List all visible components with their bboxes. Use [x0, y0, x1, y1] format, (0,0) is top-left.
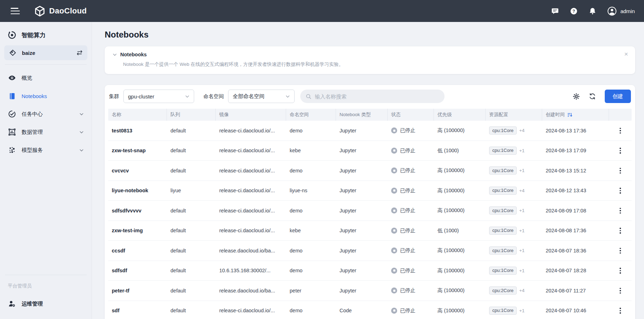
notebook-name-link[interactable]: zxw-test-img [108, 228, 167, 233]
row-actions-kebab-icon[interactable] [617, 286, 623, 296]
search-input[interactable] [315, 93, 439, 99]
resource-extra-count[interactable]: +1 [519, 308, 524, 313]
actions-cell [609, 246, 632, 256]
column-header-image[interactable]: 镜像 [216, 109, 286, 121]
notebook-name-link[interactable]: liyue-notebook [108, 188, 167, 193]
help-icon[interactable]: ? [570, 7, 578, 15]
notebook-name-link[interactable]: cvcvcv [108, 168, 167, 173]
actions-cell [609, 206, 632, 216]
sidebar-footer: 平台管理员 运维管理 [4, 270, 87, 314]
main-content: Notebooks Notebooks Notebook 是一个提供一个 Web… [92, 22, 644, 319]
sidebar-item-overview[interactable]: 概览 [4, 70, 87, 86]
column-header-queue[interactable]: 队列 [167, 109, 216, 121]
column-settings-gear-icon[interactable] [573, 93, 580, 100]
column-header-created[interactable]: 创建时间 [542, 109, 609, 121]
notebook-name-link[interactable]: peter-tf [108, 288, 167, 294]
workspace-selector-baize[interactable]: baize [4, 45, 87, 60]
filter-toolbar: 集群 gpu-cluster 命名空间 全部命名空间 [109, 90, 631, 103]
notebook-name-link[interactable]: test0813 [108, 128, 167, 133]
row-actions-kebab-icon[interactable] [617, 266, 623, 276]
namespace-select[interactable]: 全部命名空间 [228, 90, 295, 103]
resource-chip: cpu:1Core [489, 206, 517, 215]
chevron-down-icon [79, 112, 84, 116]
sidebar-item-task-center[interactable]: 任务中心 [4, 106, 87, 122]
column-header-name[interactable]: 名称 [108, 109, 167, 121]
svg-text:?: ? [573, 8, 575, 13]
row-actions-kebab-icon[interactable] [617, 126, 623, 136]
resource-chip: cpu:1Core [489, 246, 517, 255]
status-text: 已停止 [400, 227, 416, 234]
switch-workspace-icon[interactable] [76, 49, 83, 56]
chat-icon[interactable] [551, 7, 559, 15]
notebook-name-link[interactable]: sdf [108, 308, 167, 313]
notebook-type-cell: Jupyter [336, 148, 388, 153]
resource-extra-count[interactable]: +1 [519, 148, 524, 153]
resource-extra-count[interactable]: +1 [519, 268, 524, 273]
image-cell: release-ci.daocloud.io/... [216, 228, 286, 233]
create-button[interactable]: 创建 [605, 90, 631, 103]
created-time-cell: 2024-08-13 17:36 [542, 128, 609, 133]
platform-role-label: 平台管理员 [4, 278, 87, 294]
column-header-resource[interactable]: 资源配置 [486, 109, 542, 121]
resource-extra-count[interactable]: +1 [519, 228, 524, 233]
sidebar-item-data-management[interactable]: 数据管理 [4, 124, 87, 140]
row-actions-kebab-icon[interactable] [617, 186, 623, 196]
priority-cell: 高 (100000) [434, 207, 486, 214]
notebook-name-link[interactable]: sdfsdf [108, 268, 167, 273]
banner-close-icon[interactable]: × [624, 51, 628, 57]
column-header-status[interactable]: 状态 [388, 109, 434, 121]
menu-toggle-button[interactable] [11, 8, 20, 14]
refresh-icon[interactable] [588, 92, 596, 100]
notebook-type-cell: Jupyter [336, 288, 388, 294]
actions-cell [609, 186, 632, 196]
row-actions-kebab-icon[interactable] [617, 226, 623, 236]
search-icon [306, 93, 312, 99]
resource-extra-count[interactable]: +1 [519, 168, 524, 173]
row-actions-kebab-icon[interactable] [617, 166, 623, 176]
resource-cell: cpu:1Core +4 [486, 187, 542, 195]
sidebar-item-model-services[interactable]: 模型服务 [4, 142, 87, 158]
status-cell: 已停止 [388, 147, 434, 154]
status-text: 已停止 [400, 167, 416, 174]
image-cell: release-ci.daocloud.io/... [216, 168, 286, 173]
notifications-bell-icon[interactable] [588, 7, 597, 15]
banner-collapse-chevron-icon[interactable] [112, 52, 117, 57]
notebook-name-link[interactable]: sdfsdfvvvvv [108, 208, 167, 213]
created-header-label: 创建时间 [546, 112, 565, 118]
sidebar-item-ops-management[interactable]: 运维管理 [4, 296, 87, 312]
sort-descending-icon[interactable] [567, 112, 573, 118]
cluster-select-value: gpu-cluster [128, 93, 154, 99]
sidebar-item-label: 模型服务 [22, 147, 43, 154]
sidebar-item-notebooks[interactable]: Notebooks [4, 88, 87, 104]
notebook-name-link[interactable]: ccsdf [108, 248, 167, 254]
row-actions-kebab-icon[interactable] [617, 306, 623, 316]
user-menu[interactable]: admin [607, 6, 635, 16]
brand[interactable]: DaoCloud [34, 5, 87, 17]
notebook-name-link[interactable]: zxw-test-snap [108, 148, 167, 153]
status-cell: 已停止 [388, 167, 434, 174]
row-actions-kebab-icon[interactable] [617, 206, 623, 216]
column-header-priority[interactable]: 优先级 [434, 109, 486, 121]
search-box [300, 90, 445, 103]
image-cell: release-ci.daocloud.io/... [216, 188, 286, 193]
notebook-type-cell: Code [336, 308, 388, 313]
cluster-select[interactable]: gpu-cluster [123, 90, 194, 103]
resource-extra-count[interactable]: +1 [519, 248, 524, 253]
column-header-namespace[interactable]: 命名空间 [286, 109, 336, 121]
status-stopped-icon [391, 287, 397, 294]
chevron-down-icon [185, 94, 190, 99]
priority-cell: 高 (100000) [434, 247, 486, 254]
row-actions-kebab-icon[interactable] [617, 246, 623, 256]
sidebar-section-ai-compute[interactable]: 智能算力 [4, 28, 87, 45]
actions-cell [609, 146, 632, 156]
resource-extra-count[interactable]: +4 [519, 188, 524, 193]
resource-extra-count[interactable]: +1 [519, 208, 524, 213]
status-stopped-icon [391, 228, 397, 234]
resource-extra-count[interactable]: +4 [519, 288, 524, 293]
status-stopped-icon [391, 308, 397, 314]
row-actions-kebab-icon[interactable] [617, 146, 623, 156]
resource-extra-count[interactable]: +4 [519, 128, 524, 133]
notebook-type-cell: Jupyter [336, 268, 388, 273]
column-header-type[interactable]: Notebook 类型 [336, 109, 388, 121]
notebook-type-cell: Jupyter [336, 168, 388, 173]
